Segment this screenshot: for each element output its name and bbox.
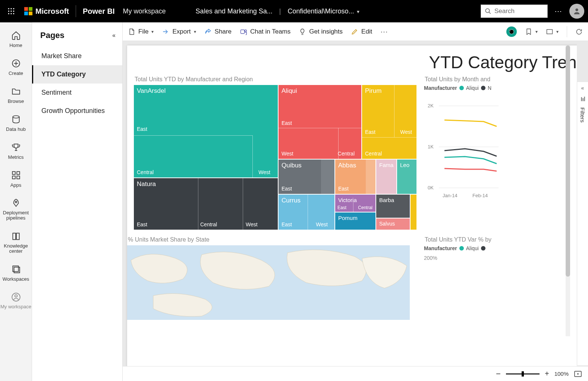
svg-rect-19 bbox=[17, 176, 20, 179]
page-tab-growth-opportunities[interactable]: Growth Opportunities bbox=[32, 102, 122, 120]
filters-pane-collapsed[interactable]: « Filters bbox=[577, 82, 588, 365]
database-icon bbox=[11, 114, 21, 124]
reset-icon bbox=[508, 28, 515, 35]
zoom-slider[interactable] bbox=[506, 373, 540, 375]
pages-header: Pages bbox=[40, 31, 65, 40]
edit-button[interactable]: Edit bbox=[351, 28, 372, 35]
share-button[interactable]: Share bbox=[204, 28, 232, 35]
person-icon bbox=[573, 7, 581, 15]
chevron-down-icon: ▾ bbox=[556, 29, 559, 34]
chevron-down-icon: ▾ bbox=[194, 29, 196, 34]
more-toolbar-icon[interactable]: ⋯ bbox=[380, 27, 388, 36]
filters-icon bbox=[580, 96, 586, 102]
page-tab-ytd-category[interactable]: YTD Category bbox=[32, 65, 122, 84]
var-title: Total Units YTD Var % by bbox=[425, 236, 558, 243]
expand-filters-icon[interactable]: « bbox=[581, 85, 584, 91]
apps-icon bbox=[11, 170, 21, 180]
divider bbox=[567, 26, 567, 37]
app-launcher-icon[interactable] bbox=[4, 7, 19, 15]
collapse-pages-icon[interactable]: « bbox=[112, 32, 116, 39]
nav-workspaces[interactable]: Workspaces bbox=[0, 261, 32, 286]
svg-rect-17 bbox=[17, 171, 20, 174]
line-title: Total Units by Month and bbox=[425, 76, 558, 83]
map-title: % Units Market Share by State bbox=[128, 236, 411, 243]
view-menu[interactable]: ▾ bbox=[546, 28, 559, 35]
legend-dot-aliqui bbox=[459, 86, 464, 90]
folder-icon bbox=[11, 86, 21, 96]
line-legend: Manufacturer Aliqui N bbox=[424, 85, 558, 91]
svg-rect-27 bbox=[547, 29, 553, 34]
filters-label: Filters bbox=[579, 107, 586, 123]
nav-home[interactable]: Home bbox=[0, 27, 32, 52]
pages-panel: Pages « Market ShareYTD CategorySentimen… bbox=[32, 22, 123, 381]
var-visual[interactable]: Total Units YTD Var % by Manufacturer Al… bbox=[424, 231, 558, 261]
zoom-out-button[interactable]: − bbox=[496, 369, 501, 379]
nav-my-workspace[interactable]: My workspace bbox=[0, 289, 32, 313]
person-circle-icon bbox=[11, 292, 21, 302]
export-icon bbox=[162, 28, 169, 35]
nav-datahub[interactable]: Data hub bbox=[0, 111, 32, 136]
pencil-icon bbox=[351, 28, 358, 35]
page-tab-sentiment[interactable]: Sentiment bbox=[32, 84, 122, 102]
svg-rect-37 bbox=[581, 97, 582, 101]
report-canvas[interactable]: YTD Category Trend A Total Units YTD by … bbox=[123, 41, 588, 381]
export-menu[interactable]: Export▾ bbox=[162, 28, 196, 35]
svg-point-20 bbox=[15, 201, 16, 203]
workspace-breadcrumb[interactable]: My workspace bbox=[123, 7, 166, 15]
refresh-button[interactable] bbox=[575, 28, 583, 35]
svg-rect-18 bbox=[12, 176, 15, 179]
map-visual[interactable]: % Units Market Share by State bbox=[127, 231, 411, 321]
nav-apps[interactable]: Apps bbox=[0, 167, 32, 192]
book-icon bbox=[11, 232, 21, 241]
svg-line-10 bbox=[489, 12, 491, 14]
breadcrumb-report[interactable]: Sales and Marketing Sa... bbox=[196, 7, 273, 15]
refresh-icon bbox=[575, 28, 583, 35]
zoom-in-button[interactable]: + bbox=[545, 369, 549, 378]
teams-icon bbox=[240, 28, 247, 35]
nav-rail: Home Create Browse Data hub Metrics Apps… bbox=[0, 22, 32, 381]
bookmark-icon bbox=[525, 28, 532, 35]
bookmark-menu[interactable]: ▾ bbox=[525, 28, 538, 35]
nav-create[interactable]: Create bbox=[0, 55, 32, 80]
svg-point-26 bbox=[245, 30, 246, 32]
var-legend: Manufacturer Aliqui bbox=[424, 245, 558, 251]
more-options-icon[interactable]: ⋯ bbox=[554, 7, 563, 16]
svg-point-7 bbox=[10, 13, 12, 14]
map-svg bbox=[127, 245, 410, 320]
svg-point-24 bbox=[15, 295, 17, 297]
chat-teams-button[interactable]: Chat in Teams bbox=[240, 28, 290, 35]
nav-knowledge[interactable]: Knowledge center bbox=[0, 228, 32, 258]
fit-to-page-icon[interactable] bbox=[574, 371, 582, 377]
microsoft-logo[interactable]: Microsoft bbox=[24, 7, 69, 16]
nav-browse[interactable]: Browse bbox=[0, 83, 32, 108]
main-area: File▾ Export▾ Share Chat in Teams Get in… bbox=[123, 22, 588, 381]
search-input[interactable]: Search bbox=[481, 4, 548, 18]
svg-text:Jan-14: Jan-14 bbox=[443, 193, 457, 198]
vertical-scrollbar[interactable] bbox=[566, 45, 570, 336]
breadcrumb-sensitivity[interactable]: Confidential\Microso... ▾ bbox=[287, 7, 359, 15]
insights-button[interactable]: Get insights bbox=[299, 28, 343, 35]
reset-button[interactable] bbox=[506, 26, 517, 37]
nav-pipelines[interactable]: Deployment pipelines bbox=[0, 195, 32, 225]
file-menu[interactable]: File▾ bbox=[128, 28, 154, 35]
page-tab-market-share[interactable]: Market Share bbox=[32, 47, 122, 65]
svg-point-0 bbox=[8, 8, 9, 9]
legend-dot-n bbox=[481, 86, 485, 90]
line-chart-visual[interactable]: Total Units by Month and Manufacturer Al… bbox=[424, 71, 558, 208]
product-name[interactable]: Power BI bbox=[83, 7, 115, 16]
treemap-visual[interactable]: VanArsdel East Central West Natura East … bbox=[134, 85, 416, 230]
svg-point-6 bbox=[8, 13, 9, 14]
bulb-icon bbox=[299, 28, 306, 35]
nav-metrics[interactable]: Metrics bbox=[0, 139, 32, 164]
status-bar: − + 100% bbox=[123, 366, 588, 381]
svg-rect-25 bbox=[240, 30, 244, 34]
svg-rect-39 bbox=[584, 97, 585, 101]
svg-text:2K: 2K bbox=[428, 103, 434, 108]
legend-dot-aliqui bbox=[459, 246, 464, 251]
stack-icon bbox=[11, 264, 21, 274]
account-avatar[interactable] bbox=[569, 4, 584, 19]
chevron-down-icon: ▾ bbox=[151, 29, 154, 34]
svg-rect-38 bbox=[582, 98, 584, 101]
svg-point-2 bbox=[13, 8, 14, 9]
treemap-title: Total Units YTD by Manufacturer and Regi… bbox=[135, 76, 416, 83]
